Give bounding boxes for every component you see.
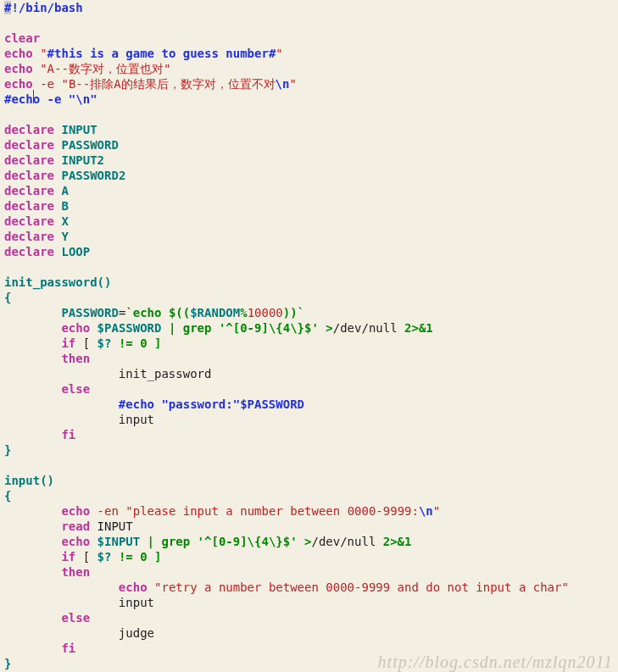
op: =` [119,306,133,319]
var: INPUT2 [61,153,104,167]
kw-echo: echo [61,321,90,335]
var: A [61,184,68,197]
test-body: != 0 ] [111,336,161,350]
arith-close: ))` [283,306,304,319]
arith-open: $(( [169,306,190,319]
kw-else: else [61,611,90,625]
devnull: /dev/null [333,321,404,335]
var-qm: $? [97,336,112,350]
mod: % [240,306,247,319]
redir: 2>&1 [404,321,433,335]
fn-name: input() [4,474,54,487]
quote: " [289,77,296,91]
comment-line: #echo "password:"$PASSWORD [119,397,304,411]
var: Y [61,230,68,243]
brace: } [4,657,11,670]
var: PASSWORD [61,138,118,152]
kw-echo: echo [4,77,33,91]
kw-fi: fi [61,428,75,442]
str-retry: retry a number between 0000-9999 and do … [161,580,561,594]
call: init_password [119,367,212,380]
kw-declare: declare [4,199,54,213]
kw-declare: declare [4,245,54,258]
test-open: [ [75,336,97,350]
test-open: [ [75,550,97,564]
quote: " [125,504,132,518]
var: LOOP [61,245,90,258]
comment-str: #this is a game to guess number# [47,47,276,60]
var: PASSWORD2 [61,169,125,182]
kw-else: else [61,382,90,396]
var: INPUT [61,123,97,136]
quote: " [40,47,47,60]
kw-echo: echo [119,580,148,594]
str-b: B--排除A的结果后，数字对，位置不对 [69,77,276,91]
var-random: $RANDOM [190,306,240,319]
kw-echo: echo [4,47,33,60]
quote: " [433,504,440,518]
opt-e: -e [40,77,54,91]
code-block: #!/bin/bash clear echo "#this is a game … [0,0,618,671]
quote: " [40,62,47,75]
quote: " [276,47,282,60]
pipe-grep: | grep '^[0-9]\{4\}$' > [140,535,311,548]
esc-n: \n [276,77,290,91]
kw-echo: echo [133,306,162,319]
str-a: A--数字对，位置也对 [47,62,164,75]
kw-declare: declare [4,184,54,197]
kw-echo: echo [61,504,90,518]
kw-fi: fi [61,641,75,655]
esc-n: \n [419,504,433,518]
num: 10000 [248,306,283,319]
kw-declare: declare [4,123,54,136]
kw-then: then [61,352,90,365]
kw-if: if [61,336,75,350]
kw-read: read [61,519,90,533]
kw-declare: declare [4,138,54,152]
brace: { [4,489,11,503]
test-body: != 0 ] [111,550,161,564]
shebang: !/bin/bash [11,1,82,14]
kw-declare: declare [4,214,54,228]
str-please: please input a number between 0000-9999: [133,504,419,518]
kw-then: then [61,565,90,579]
var: X [61,214,68,228]
read-arg: INPUT [90,519,133,533]
call: input [119,596,154,609]
kw-echo: echo [4,62,33,75]
text-cursor-icon [33,90,34,103]
fn-name: init_password() [4,275,111,289]
pipe-grep: | grep '^[0-9]\{4\}$' > [161,321,332,335]
brace: { [4,291,11,304]
kw-declare: declare [4,153,54,167]
kw-echo: echo [61,535,90,548]
opt-en: -en [97,504,119,518]
quote: " [61,77,68,91]
kw-declare: declare [4,169,54,182]
kw-clear: clear [4,31,40,45]
kw-if: if [61,550,75,564]
var-ref: $PASSWORD [97,321,162,335]
redir: 2>&1 [383,535,412,548]
quote: " [164,62,170,75]
var-qm: $? [97,550,112,564]
watermark-text: http://blog.csdn.net/mzlqn2011 [378,654,613,669]
kw-declare: declare [4,230,54,243]
brace: } [4,443,11,457]
devnull: /dev/null [311,535,382,548]
call: input [119,413,154,426]
var: B [61,199,68,213]
call: judge [119,626,154,640]
comment-line: #echo -e "\n" [4,92,97,106]
var-ref: $INPUT [97,535,141,548]
quote: " [561,580,568,594]
var: PASSWORD [61,306,118,319]
